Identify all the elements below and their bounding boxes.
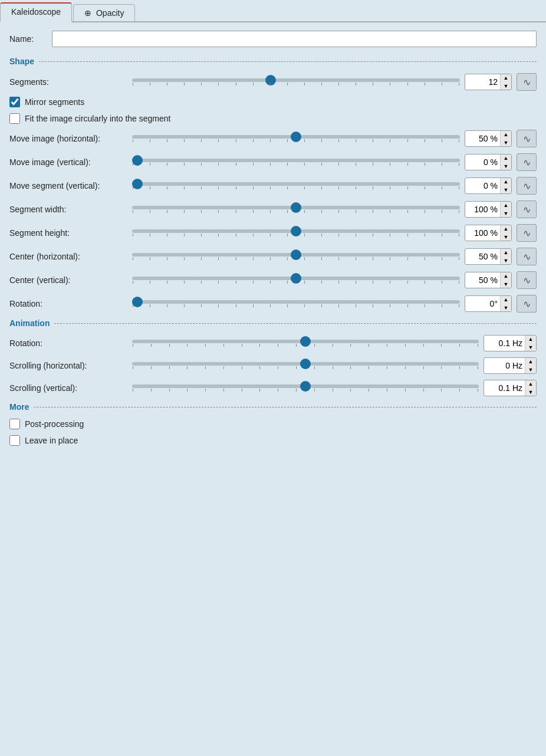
name-row: Name: bbox=[9, 31, 537, 47]
center-v-down[interactable]: ▼ bbox=[501, 280, 511, 288]
scroll-h-row: Scrolling (horizontal): ▲ ▼ bbox=[9, 357, 537, 374]
segments-wave-btn[interactable]: ∿ bbox=[517, 73, 537, 91]
segments-up[interactable]: ▲ bbox=[501, 74, 511, 82]
content-area: Name: Shape Segments: bbox=[0, 22, 546, 460]
scroll-h-ticks bbox=[132, 366, 479, 369]
scroll-v-label: Scrolling (vertical): bbox=[9, 383, 127, 393]
move-v-up[interactable]: ▲ bbox=[501, 154, 511, 162]
seg-width-down[interactable]: ▼ bbox=[501, 209, 511, 218]
move-seg-v-slider[interactable] bbox=[132, 182, 460, 186]
leave-in-place-checkbox[interactable] bbox=[9, 435, 20, 446]
seg-height-up[interactable]: ▲ bbox=[501, 225, 511, 233]
center-v-up[interactable]: ▲ bbox=[501, 272, 511, 280]
rotation-shape-slider[interactable] bbox=[132, 300, 460, 304]
center-h-wave-btn[interactable]: ∿ bbox=[517, 248, 537, 265]
scroll-v-up[interactable]: ▲ bbox=[525, 380, 536, 388]
seg-width-slider[interactable] bbox=[132, 206, 460, 209]
rotation-shape-up[interactable]: ▲ bbox=[501, 295, 511, 304]
move-h-wave-btn[interactable]: ∿ bbox=[517, 130, 537, 147]
center-h-spinbox: ▲ ▼ bbox=[465, 248, 512, 265]
move-v-value[interactable] bbox=[465, 157, 500, 167]
seg-height-wave-btn[interactable]: ∿ bbox=[517, 224, 537, 242]
tab-bar: Kaleidoscope ⊕ Opacity bbox=[0, 0, 546, 22]
move-seg-v-down[interactable]: ▼ bbox=[501, 186, 511, 194]
move-h-row: Move image (horizontal): ▲ ▼ ∿ bbox=[9, 130, 537, 147]
segments-down[interactable]: ▼ bbox=[501, 82, 511, 90]
scroll-v-row: Scrolling (vertical): ▲ ▼ bbox=[9, 380, 537, 396]
seg-height-value[interactable] bbox=[465, 228, 500, 238]
anim-rotation-up[interactable]: ▲ bbox=[525, 335, 536, 343]
anim-rotation-slider[interactable] bbox=[132, 340, 479, 343]
segments-spinbox: ▲ ▼ bbox=[465, 74, 512, 90]
seg-width-wave-btn[interactable]: ∿ bbox=[517, 200, 537, 218]
scroll-v-value[interactable] bbox=[484, 383, 525, 393]
move-seg-v-value[interactable] bbox=[465, 181, 500, 190]
center-h-slider-wrap bbox=[132, 253, 460, 260]
rotation-shape-row: Rotation: ▲ ▼ ∿ bbox=[9, 295, 537, 313]
seg-height-slider[interactable] bbox=[132, 229, 460, 233]
move-v-down[interactable]: ▼ bbox=[501, 162, 511, 170]
move-v-row: Move image (vertical): ▲ ▼ ∿ bbox=[9, 153, 537, 171]
center-v-wave-btn[interactable]: ∿ bbox=[517, 271, 537, 289]
anim-rotation-spinbox: ▲ ▼ bbox=[483, 335, 537, 351]
post-processing-label: Post-processing bbox=[25, 419, 84, 429]
center-h-down[interactable]: ▼ bbox=[501, 257, 511, 265]
move-h-ticks bbox=[132, 139, 460, 142]
more-section-line bbox=[34, 407, 537, 407]
anim-rotation-label: Rotation: bbox=[9, 338, 127, 348]
scroll-v-down[interactable]: ▼ bbox=[525, 388, 536, 396]
move-seg-v-ticks bbox=[132, 186, 460, 189]
name-input[interactable] bbox=[52, 31, 537, 47]
scroll-h-down[interactable]: ▼ bbox=[525, 366, 536, 374]
post-processing-checkbox[interactable] bbox=[9, 419, 20, 429]
segments-slider[interactable] bbox=[132, 78, 460, 82]
scroll-h-slider[interactable] bbox=[132, 362, 479, 366]
center-h-value[interactable] bbox=[465, 252, 500, 261]
center-v-slider[interactable] bbox=[132, 277, 460, 280]
move-h-value[interactable] bbox=[465, 134, 500, 143]
rotation-shape-wave-btn[interactable]: ∿ bbox=[517, 295, 537, 313]
fit-image-checkbox[interactable] bbox=[9, 113, 20, 124]
move-seg-v-spinbox: ▲ ▼ bbox=[465, 178, 512, 194]
scroll-v-ticks bbox=[132, 389, 479, 392]
opacity-icon: ⊕ bbox=[84, 8, 91, 18]
move-seg-v-label: Move segment (vertical): bbox=[9, 181, 127, 190]
segments-ticks bbox=[132, 83, 460, 86]
mirror-segments-checkbox[interactable] bbox=[9, 97, 20, 107]
seg-width-arrows: ▲ ▼ bbox=[500, 201, 511, 218]
move-seg-v-up[interactable]: ▲ bbox=[501, 178, 511, 186]
center-h-slider[interactable] bbox=[132, 253, 460, 257]
anim-rotation-value[interactable] bbox=[484, 338, 525, 348]
seg-height-label: Segment height: bbox=[9, 228, 127, 238]
segments-value[interactable] bbox=[465, 77, 500, 87]
rotation-shape-spinbox: ▲ ▼ bbox=[465, 295, 512, 312]
seg-width-value[interactable] bbox=[465, 205, 500, 214]
scroll-h-spinbox: ▲ ▼ bbox=[483, 357, 537, 374]
seg-height-down[interactable]: ▼ bbox=[501, 233, 511, 241]
move-seg-v-arrows: ▲ ▼ bbox=[500, 178, 511, 194]
anim-rotation-slider-wrap bbox=[132, 340, 479, 347]
tab-opacity[interactable]: ⊕ Opacity bbox=[73, 4, 135, 21]
move-h-spinbox: ▲ ▼ bbox=[465, 130, 512, 147]
scroll-h-slider-wrap bbox=[132, 362, 479, 369]
rotation-shape-value[interactable] bbox=[465, 299, 500, 308]
scroll-v-slider[interactable] bbox=[132, 384, 479, 388]
move-v-wave-btn[interactable]: ∿ bbox=[517, 153, 537, 171]
tab-kaleidoscope[interactable]: Kaleidoscope bbox=[0, 2, 72, 22]
move-seg-v-wave-btn[interactable]: ∿ bbox=[517, 177, 537, 195]
center-v-value[interactable] bbox=[465, 275, 500, 285]
leave-in-place-row: Leave in place bbox=[9, 435, 537, 446]
segments-label: Segments: bbox=[9, 77, 127, 87]
scroll-h-arrows: ▲ ▼ bbox=[525, 357, 536, 374]
seg-width-up[interactable]: ▲ bbox=[501, 201, 511, 209]
rotation-shape-down[interactable]: ▼ bbox=[501, 304, 511, 312]
move-h-slider[interactable] bbox=[132, 135, 460, 139]
move-h-down[interactable]: ▼ bbox=[501, 139, 511, 147]
move-h-up[interactable]: ▲ bbox=[501, 130, 511, 139]
move-v-slider[interactable] bbox=[132, 159, 460, 162]
center-h-up[interactable]: ▲ bbox=[501, 248, 511, 257]
scroll-h-up[interactable]: ▲ bbox=[525, 357, 536, 366]
anim-rotation-down[interactable]: ▼ bbox=[525, 343, 536, 351]
seg-height-arrows: ▲ ▼ bbox=[500, 225, 511, 241]
scroll-h-value[interactable] bbox=[484, 361, 525, 370]
